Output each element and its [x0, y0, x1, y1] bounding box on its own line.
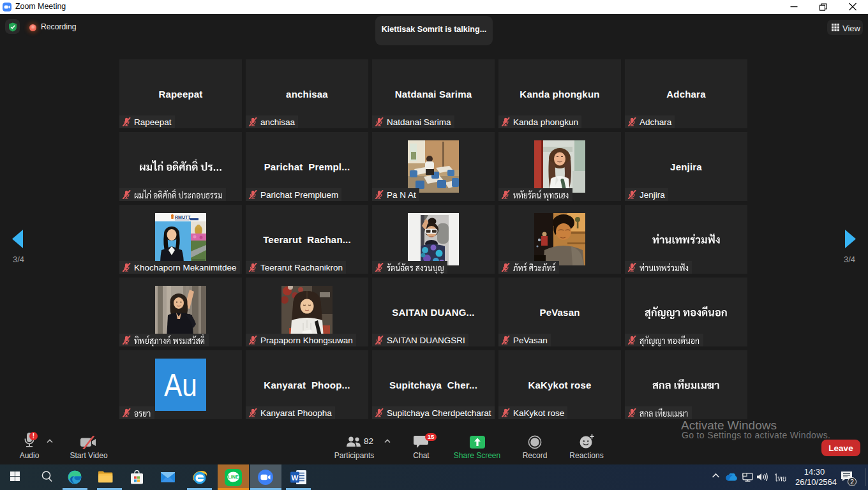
svg-text:W: W	[292, 474, 299, 482]
svg-text:Au: Au	[164, 368, 197, 403]
svg-text:RMUTT: RMUTT	[175, 215, 191, 219]
svg-text:LINE: LINE	[228, 474, 239, 480]
